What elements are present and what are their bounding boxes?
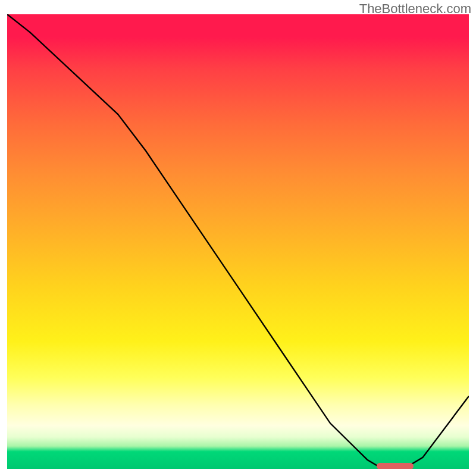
bottleneck-curve: [7, 14, 469, 469]
chart-container: TheBottleneck.com: [0, 0, 476, 476]
optimal-band-marker: [377, 463, 414, 469]
curve-path: [7, 14, 469, 466]
plot-area: [7, 14, 469, 469]
watermark-text: TheBottleneck.com: [359, 1, 471, 17]
